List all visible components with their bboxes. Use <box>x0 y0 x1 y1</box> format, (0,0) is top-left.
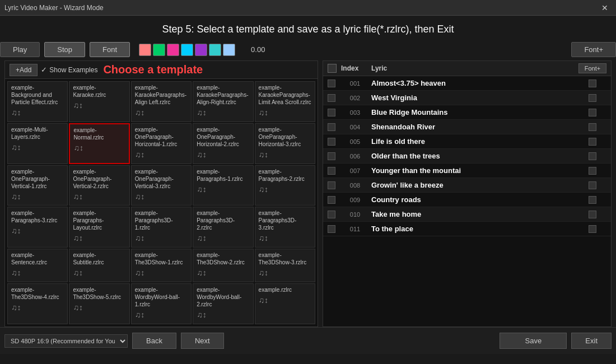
row-checkbox[interactable] <box>328 181 335 189</box>
lyric-row[interactable]: 003Blue Ridge Mountains <box>323 105 611 120</box>
row-font-checkbox[interactable] <box>589 80 596 87</box>
play-button[interactable]: Play <box>0 42 40 57</box>
template-item[interactable]: example-Subtitle.rzlrc♫↕ <box>69 249 129 282</box>
color-swatch-7[interactable] <box>223 44 235 56</box>
row-font-checkbox[interactable] <box>589 167 596 175</box>
template-item[interactable]: example.rzlrc♫↕ <box>255 283 315 324</box>
row-font-checkbox[interactable] <box>589 181 596 189</box>
template-item[interactable]: example-KaraokeParagraphs-Align Left.rzl… <box>131 81 192 122</box>
row-font-checkbox[interactable] <box>589 94 596 102</box>
template-item[interactable]: example-Background and Particle Effect.r… <box>7 81 68 122</box>
template-item[interactable]: example-OneParagraph-Vertical-3.rzlrc♫↕ <box>131 165 192 206</box>
template-icon: ♫↕ <box>197 234 207 242</box>
font-plus-button-toolbar[interactable]: Font+ <box>571 42 616 57</box>
template-item[interactable]: example-The3DShow-3.rzlrc♫↕ <box>255 249 315 282</box>
row-font-checkbox[interactable] <box>589 196 596 204</box>
row-checkbox[interactable] <box>328 211 335 218</box>
close-button[interactable]: ✕ <box>598 2 612 13</box>
row-lyric-text: Shenandoah River <box>371 123 576 131</box>
template-grid: example-Background and Particle Effect.r… <box>5 79 318 326</box>
template-item[interactable]: example-The3DShow-2.rzlrc♫↕ <box>193 249 253 282</box>
template-icon: ♫↕ <box>135 192 145 201</box>
row-checkbox[interactable] <box>328 152 335 160</box>
lyric-row[interactable]: 004Shenandoah River <box>323 120 611 134</box>
template-item[interactable]: example-OneParagraph-Horizontal-3.rzlrc♫… <box>255 123 315 164</box>
row-checkbox[interactable] <box>328 109 335 116</box>
lyric-row[interactable]: 007Younger than the mountai <box>323 164 611 178</box>
template-item[interactable]: example-Paragraphs-Layout.rzlrc♫↕ <box>69 207 129 248</box>
save-button[interactable]: Save <box>500 333 567 349</box>
lyric-row[interactable]: 011To the place <box>323 222 611 236</box>
col-lyric-label: Lyric <box>371 64 576 72</box>
template-icon: ♫↕ <box>259 108 269 117</box>
template-item[interactable]: example-OneParagraph-Horizontal-2.rzlrc♫… <box>193 123 253 164</box>
template-icon: ♫↕ <box>73 234 83 242</box>
template-item[interactable]: example-OneParagraph-Vertical-1.rzlrc♫↕ <box>7 165 68 206</box>
row-font-checkbox[interactable] <box>589 152 596 160</box>
template-item[interactable]: example-Sentence.rzlrc♫↕ <box>7 249 68 282</box>
row-checkbox[interactable] <box>328 123 335 131</box>
exit-button[interactable]: Exit <box>571 333 612 349</box>
row-checkbox[interactable] <box>328 80 335 87</box>
lyric-row[interactable]: 006Older than the trees <box>323 149 611 164</box>
template-icon: ♫↕ <box>259 296 269 305</box>
template-item[interactable]: example-Paragraphs-1.rzlrc♫↕ <box>193 165 253 206</box>
template-item[interactable]: example-Paragraphs-3.rzlrc♫↕ <box>7 207 68 248</box>
row-font-checkbox[interactable] <box>589 225 596 233</box>
template-name: example-OneParagraph-Vertical-3.rzlrc <box>135 168 188 190</box>
lyric-row[interactable]: 001Almost<3.75> heaven <box>323 76 611 91</box>
template-item[interactable]: example-The3DShow-4.rzlrc♫↕ <box>7 283 68 324</box>
row-font-checkbox[interactable] <box>589 109 596 116</box>
template-item[interactable]: example-OneParagraph-Horizontal-1.rzlrc♫… <box>131 123 192 164</box>
show-examples-checkbox[interactable]: ✓ Show Examples <box>41 66 97 74</box>
template-item[interactable]: example-The3DShow-1.rzlrc♫↕ <box>131 249 192 282</box>
lyric-row[interactable]: 010Take me home <box>323 207 611 222</box>
color-swatch-4[interactable] <box>181 44 193 56</box>
add-button[interactable]: +Add <box>10 64 38 76</box>
color-swatch-5[interactable] <box>195 44 207 56</box>
template-item[interactable]: example-WordbyWord-ball-1.rzlrc♫↕ <box>131 283 192 324</box>
template-icon: ♫↕ <box>135 108 145 117</box>
font-plus-header-button[interactable]: Font+ <box>578 63 606 73</box>
lyric-list: 001Almost<3.75> heaven002West Virginia00… <box>323 76 611 326</box>
template-item[interactable]: example-KaraokeParagraphs-Limit Area Scr… <box>255 81 315 122</box>
template-item[interactable]: example-The3DShow-5.rzlrc♫↕ <box>69 283 129 324</box>
template-item[interactable]: example-Karaoke.rzlrc♫↕ <box>69 81 129 122</box>
template-item[interactable]: example-Paragraphs-2.rzlrc♫↕ <box>255 165 315 206</box>
template-name: example-Normal.rzlrc <box>73 127 125 141</box>
stop-button[interactable]: Stop <box>44 42 85 57</box>
header-checkbox[interactable] <box>328 64 337 73</box>
row-checkbox[interactable] <box>328 138 335 146</box>
resolution-select[interactable]: SD 480P 16:9 (Recommended for You <box>4 334 128 348</box>
color-swatch-3[interactable] <box>167 44 179 56</box>
row-font-checkbox[interactable] <box>589 123 596 131</box>
template-item[interactable]: example-Normal.rzlrc♫↕ <box>69 123 129 164</box>
template-name: example-Paragraphs-Layout.rzlrc <box>73 209 125 231</box>
row-checkbox[interactable] <box>328 196 335 204</box>
template-item[interactable]: example-Paragraphs3D-2.rzlrc♫↕ <box>193 207 253 248</box>
template-name: example-WordbyWord-ball-2.rzlrc <box>197 286 249 308</box>
template-item[interactable]: example-Multi-Layers.rzlrc♫↕ <box>7 123 68 164</box>
template-item[interactable]: example-Paragraphs3D-3.rzlrc♫↕ <box>255 207 315 248</box>
template-item[interactable]: example-WordbyWord-ball-2.rzlrc♫↕ <box>193 283 253 324</box>
row-checkbox[interactable] <box>328 225 335 233</box>
lyric-row[interactable]: 002West Virginia <box>323 91 611 105</box>
color-swatch-6[interactable] <box>209 44 221 56</box>
color-swatch-2[interactable] <box>153 44 165 56</box>
row-font-checkbox[interactable] <box>589 211 596 218</box>
row-font-checkbox[interactable] <box>589 138 596 146</box>
template-item[interactable]: example-KaraokeParagraphs-Align-Right.rz… <box>193 81 253 122</box>
next-button[interactable]: Next <box>181 333 224 349</box>
template-name: example-OneParagraph-Horizontal-2.rzlrc <box>197 126 249 148</box>
color-swatch-1[interactable] <box>139 44 151 56</box>
back-button[interactable]: Back <box>132 333 176 349</box>
lyric-row[interactable]: 009Country roads <box>323 193 611 207</box>
template-item[interactable]: example-OneParagraph-Vertical-2.rzlrc♫↕ <box>69 165 129 206</box>
font-button[interactable]: Font <box>90 42 130 57</box>
template-item[interactable]: example-Paragraphs3D-1.rzlrc♫↕ <box>131 207 192 248</box>
lyric-row[interactable]: 005Life is old there <box>323 134 611 149</box>
template-name: example-Paragraphs3D-3.rzlrc <box>259 209 311 231</box>
row-checkbox[interactable] <box>328 167 335 175</box>
lyric-row[interactable]: 008Growin' like a breeze <box>323 178 611 193</box>
row-checkbox[interactable] <box>328 94 335 102</box>
